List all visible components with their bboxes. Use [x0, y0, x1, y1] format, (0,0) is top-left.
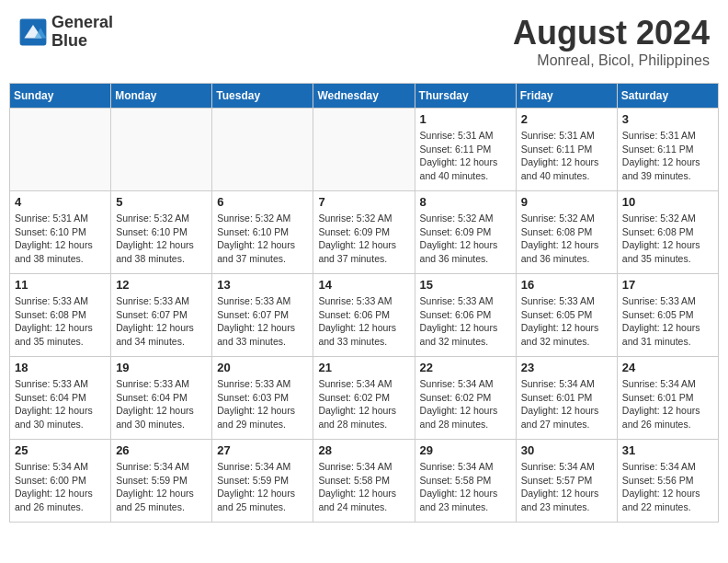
day-info: Sunrise: 5:34 AM Sunset: 6:02 PM Dayligh…: [318, 377, 409, 431]
day-number: 7: [318, 195, 409, 209]
day-info: Sunrise: 5:34 AM Sunset: 6:01 PM Dayligh…: [622, 377, 713, 431]
day-info: Sunrise: 5:32 AM Sunset: 6:09 PM Dayligh…: [420, 212, 511, 266]
day-number: 26: [116, 443, 207, 457]
calendar-table: SundayMondayTuesdayWednesdayThursdayFrid…: [9, 83, 719, 523]
day-number: 4: [15, 195, 106, 209]
day-number: 31: [622, 443, 713, 457]
day-number: 12: [116, 278, 207, 292]
calendar-cell: [10, 109, 111, 191]
calendar-cell: 10Sunrise: 5:32 AM Sunset: 6:08 PM Dayli…: [617, 191, 718, 274]
day-header-sunday: Sunday: [10, 84, 111, 109]
day-number: 27: [217, 443, 308, 457]
logo-icon: [18, 17, 48, 47]
day-info: Sunrise: 5:33 AM Sunset: 6:05 PM Dayligh…: [521, 294, 612, 349]
day-info: Sunrise: 5:34 AM Sunset: 6:00 PM Dayligh…: [15, 460, 106, 514]
day-number: 11: [15, 278, 106, 292]
calendar-cell: 28Sunrise: 5:34 AM Sunset: 5:58 PM Dayli…: [313, 440, 415, 523]
day-number: 24: [622, 361, 713, 374]
calendar-week-5: 25Sunrise: 5:34 AM Sunset: 6:00 PM Dayli…: [10, 440, 719, 523]
calendar-cell: 9Sunrise: 5:32 AM Sunset: 6:08 PM Daylig…: [516, 191, 617, 274]
day-info: Sunrise: 5:33 AM Sunset: 6:07 PM Dayligh…: [217, 294, 308, 349]
day-number: 10: [622, 195, 713, 209]
day-number: 16: [521, 278, 612, 292]
day-number: 23: [521, 361, 612, 374]
logo: General Blue: [18, 14, 113, 51]
calendar-cell: 20Sunrise: 5:33 AM Sunset: 6:03 PM Dayli…: [212, 357, 313, 440]
day-info: Sunrise: 5:34 AM Sunset: 5:57 PM Dayligh…: [521, 460, 612, 514]
day-info: Sunrise: 5:34 AM Sunset: 5:59 PM Dayligh…: [217, 460, 308, 514]
calendar-cell: 22Sunrise: 5:34 AM Sunset: 6:02 PM Dayli…: [415, 357, 516, 440]
calendar-cell: 29Sunrise: 5:34 AM Sunset: 5:58 PM Dayli…: [415, 440, 516, 523]
day-number: 5: [116, 195, 207, 209]
location: Monreal, Bicol, Philippines: [513, 52, 710, 69]
day-header-friday: Friday: [516, 84, 617, 109]
calendar-cell: 25Sunrise: 5:34 AM Sunset: 6:00 PM Dayli…: [10, 440, 111, 523]
calendar-cell: 27Sunrise: 5:34 AM Sunset: 5:59 PM Dayli…: [212, 440, 313, 523]
day-info: Sunrise: 5:33 AM Sunset: 6:08 PM Dayligh…: [15, 294, 106, 349]
day-info: Sunrise: 5:31 AM Sunset: 6:10 PM Dayligh…: [15, 212, 106, 266]
day-info: Sunrise: 5:33 AM Sunset: 6:04 PM Dayligh…: [15, 377, 106, 431]
day-number: 6: [217, 195, 308, 209]
day-info: Sunrise: 5:34 AM Sunset: 5:58 PM Dayligh…: [318, 460, 409, 514]
calendar-header-row: SundayMondayTuesdayWednesdayThursdayFrid…: [10, 84, 719, 109]
calendar-cell: 30Sunrise: 5:34 AM Sunset: 5:57 PM Dayli…: [516, 440, 617, 523]
day-info: Sunrise: 5:32 AM Sunset: 6:10 PM Dayligh…: [217, 212, 308, 266]
day-number: 19: [116, 361, 207, 374]
day-number: 1: [420, 112, 511, 126]
calendar-cell: 14Sunrise: 5:33 AM Sunset: 6:06 PM Dayli…: [313, 274, 415, 357]
calendar-week-3: 11Sunrise: 5:33 AM Sunset: 6:08 PM Dayli…: [10, 274, 719, 357]
day-header-monday: Monday: [111, 84, 212, 109]
day-number: 25: [15, 443, 106, 457]
day-number: 29: [420, 443, 511, 457]
calendar-week-4: 18Sunrise: 5:33 AM Sunset: 6:04 PM Dayli…: [10, 357, 719, 440]
calendar-cell: 13Sunrise: 5:33 AM Sunset: 6:07 PM Dayli…: [212, 274, 313, 357]
day-info: Sunrise: 5:33 AM Sunset: 6:06 PM Dayligh…: [420, 294, 511, 349]
day-header-wednesday: Wednesday: [313, 84, 415, 109]
month-year: August 2024: [513, 14, 710, 52]
day-number: 20: [217, 361, 308, 374]
day-number: 9: [521, 195, 612, 209]
day-number: 14: [318, 278, 409, 292]
day-info: Sunrise: 5:33 AM Sunset: 6:04 PM Dayligh…: [116, 377, 207, 431]
day-number: 8: [420, 195, 511, 209]
day-info: Sunrise: 5:34 AM Sunset: 5:56 PM Dayligh…: [622, 460, 713, 514]
calendar-cell: 19Sunrise: 5:33 AM Sunset: 6:04 PM Dayli…: [111, 357, 212, 440]
calendar-cell: 23Sunrise: 5:34 AM Sunset: 6:01 PM Dayli…: [516, 357, 617, 440]
day-info: Sunrise: 5:32 AM Sunset: 6:08 PM Dayligh…: [521, 212, 612, 266]
calendar-cell: 18Sunrise: 5:33 AM Sunset: 6:04 PM Dayli…: [10, 357, 111, 440]
day-info: Sunrise: 5:32 AM Sunset: 6:09 PM Dayligh…: [318, 212, 409, 266]
day-info: Sunrise: 5:31 AM Sunset: 6:11 PM Dayligh…: [521, 129, 612, 183]
calendar-cell: 1Sunrise: 5:31 AM Sunset: 6:11 PM Daylig…: [415, 109, 516, 191]
calendar-cell: 2Sunrise: 5:31 AM Sunset: 6:11 PM Daylig…: [516, 109, 617, 191]
calendar-cell: 4Sunrise: 5:31 AM Sunset: 6:10 PM Daylig…: [10, 191, 111, 274]
day-number: 21: [318, 361, 409, 374]
title-block: August 2024 Monreal, Bicol, Philippines: [513, 14, 710, 69]
calendar-cell: 21Sunrise: 5:34 AM Sunset: 6:02 PM Dayli…: [313, 357, 415, 440]
calendar-cell: [313, 109, 415, 191]
day-number: 22: [420, 361, 511, 374]
logo-text: General Blue: [51, 14, 113, 51]
day-info: Sunrise: 5:31 AM Sunset: 6:11 PM Dayligh…: [622, 129, 713, 183]
day-info: Sunrise: 5:34 AM Sunset: 6:01 PM Dayligh…: [521, 377, 612, 431]
day-info: Sunrise: 5:34 AM Sunset: 5:59 PM Dayligh…: [116, 460, 207, 514]
day-info: Sunrise: 5:32 AM Sunset: 6:10 PM Dayligh…: [116, 212, 207, 266]
day-number: 30: [521, 443, 612, 457]
day-header-tuesday: Tuesday: [212, 84, 313, 109]
calendar-cell: 5Sunrise: 5:32 AM Sunset: 6:10 PM Daylig…: [111, 191, 212, 274]
calendar-cell: 7Sunrise: 5:32 AM Sunset: 6:09 PM Daylig…: [313, 191, 415, 274]
day-number: 13: [217, 278, 308, 292]
day-info: Sunrise: 5:33 AM Sunset: 6:06 PM Dayligh…: [318, 294, 409, 349]
day-info: Sunrise: 5:34 AM Sunset: 6:02 PM Dayligh…: [420, 377, 511, 431]
calendar-cell: 8Sunrise: 5:32 AM Sunset: 6:09 PM Daylig…: [415, 191, 516, 274]
day-header-saturday: Saturday: [617, 84, 718, 109]
day-number: 15: [420, 278, 511, 292]
day-number: 17: [622, 278, 713, 292]
day-info: Sunrise: 5:33 AM Sunset: 6:03 PM Dayligh…: [217, 377, 308, 431]
calendar-cell: 26Sunrise: 5:34 AM Sunset: 5:59 PM Dayli…: [111, 440, 212, 523]
day-info: Sunrise: 5:31 AM Sunset: 6:11 PM Dayligh…: [420, 129, 511, 183]
calendar-cell: 31Sunrise: 5:34 AM Sunset: 5:56 PM Dayli…: [617, 440, 718, 523]
day-info: Sunrise: 5:33 AM Sunset: 6:05 PM Dayligh…: [622, 294, 713, 349]
day-number: 3: [622, 112, 713, 126]
calendar-cell: [111, 109, 212, 191]
calendar-cell: 12Sunrise: 5:33 AM Sunset: 6:07 PM Dayli…: [111, 274, 212, 357]
